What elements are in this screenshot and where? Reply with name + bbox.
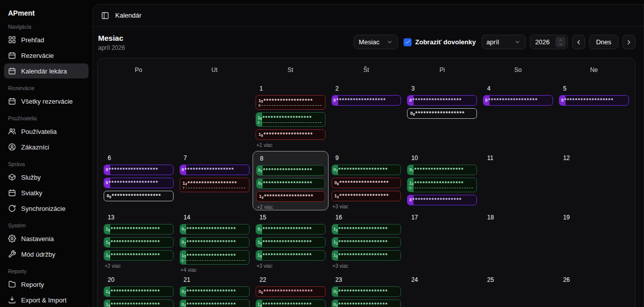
sidebar-item-vsetky-rezervacie[interactable]: Všetky rezervácie [4, 94, 89, 109]
day-cell-5[interactable]: 58****************** [556, 82, 632, 151]
calendar-event[interactable]: 15****************** [256, 250, 326, 261]
day-cell-8[interactable]: 807******************07*****************… [253, 151, 329, 210]
month-select[interactable]: apríl [481, 35, 526, 49]
more-events-label[interactable]: +3 viac [257, 263, 326, 269]
calendar-event[interactable]: 09****************** [407, 108, 477, 119]
calendar-event[interactable]: 15******************8 [256, 95, 326, 110]
more-events-label[interactable]: +4 viac [181, 267, 250, 273]
day-cell-26[interactable]: 26 [556, 273, 632, 307]
day-cell-21[interactable]: 2107******************07****************… [177, 273, 253, 307]
day-cell-24[interactable]: 24 [404, 273, 480, 307]
calendar-event[interactable]: 13******************7 [180, 178, 250, 192]
more-events-label[interactable]: +1 viac [257, 142, 326, 148]
calendar-event[interactable]: 08****************** [256, 286, 326, 297]
day-cell-1[interactable]: 115******************816****************… [253, 82, 329, 151]
calendar-event[interactable]: 13****************** [256, 191, 325, 202]
show-vacations-checkbox[interactable]: Zobraziť dovolenky [404, 38, 475, 46]
prev-month-button[interactable] [572, 35, 585, 49]
calendar-event[interactable]: 13****************** [332, 191, 401, 201]
checkbox-checked-box[interactable] [404, 38, 412, 46]
calendar-event[interactable]: 15****************** [104, 286, 174, 297]
day-cell-16[interactable]: 1613******************13****************… [329, 210, 405, 273]
day-cell-23[interactable]: 2307******************07****************… [329, 273, 405, 307]
stepper-down-icon[interactable] [558, 42, 563, 46]
year-stepper[interactable] [555, 37, 566, 47]
day-cell-15[interactable]: 1507******************15****************… [253, 210, 329, 273]
calendar-event[interactable]: 15****************** [104, 250, 174, 261]
more-events-label[interactable]: +3 viac [333, 263, 401, 269]
calendar-event[interactable]: 13****************** [332, 237, 401, 248]
calendar-event[interactable]: 07****************** [180, 237, 250, 248]
calendar-event[interactable]: 16******************6 [256, 112, 326, 127]
more-events-label[interactable]: +2 viac [257, 204, 325, 210]
calendar-event[interactable]: 15****************** [104, 299, 174, 307]
calendar-event[interactable]: 15****************** [256, 237, 326, 248]
day-cell-2[interactable]: 28****************** [329, 82, 405, 151]
day-cell-3[interactable]: 38******************09****************** [404, 82, 480, 151]
sidebar-item-nastavenia[interactable]: Nastavenia [4, 231, 89, 246]
calendar-event[interactable]: 8****************** [180, 165, 250, 175]
sidebar-item-prehlad[interactable]: Prehľad [4, 32, 89, 47]
calendar-event[interactable]: 07****************** [256, 224, 326, 235]
calendar-event[interactable]: 8****************** [104, 165, 174, 175]
sidebar-item-zakaznici[interactable]: Zákazníci [4, 139, 89, 155]
sidebar-item-rezervacie[interactable]: Rezervácie [4, 48, 89, 63]
sidebar-item-reporty[interactable]: Reporty [4, 277, 89, 292]
sidebar-item-synchronizacie[interactable]: Synchronizácie [4, 201, 89, 216]
day-cell-11[interactable]: 11 [480, 151, 556, 210]
calendar-event[interactable]: 07****************** [256, 178, 325, 189]
day-cell-12[interactable]: 12 [556, 151, 632, 210]
calendar-event[interactable]: 8****************** [483, 95, 553, 106]
day-cell-9[interactable]: 907******************08*****************… [329, 151, 405, 210]
calendar-event[interactable]: 07****************** [180, 299, 250, 307]
calendar-event[interactable]: 8****************** [104, 178, 174, 188]
calendar-event[interactable]: 13******************6 [407, 178, 477, 192]
sidebar-item-export-import[interactable]: Export & Import [4, 292, 89, 307]
calendar-event[interactable]: 8****************** [407, 95, 477, 106]
view-select[interactable]: Mesiac [354, 35, 398, 49]
sidebar-item-pouzivatelia[interactable]: Používatelia [4, 124, 89, 139]
day-cell-4[interactable]: 48****************** [480, 82, 556, 151]
sidebar-item-mod-udrzby[interactable]: Mód údržby [4, 247, 89, 262]
calendar-event[interactable]: 08****************** [332, 178, 401, 188]
day-cell-10[interactable]: 1007******************13****************… [404, 151, 480, 210]
year-input[interactable]: 2026 [530, 35, 568, 49]
day-cell-13[interactable]: 1315******************15****************… [101, 210, 177, 273]
more-events-label[interactable]: +2 viac [105, 263, 174, 269]
day-cell-20[interactable]: 2015******************15****************… [101, 273, 177, 307]
calendar-event[interactable]: 15****************** [104, 224, 174, 235]
calendar-event[interactable]: 15******************6 [180, 250, 250, 265]
day-cell-7[interactable]: 78******************13******************… [177, 151, 253, 210]
sidebar-toggle-button[interactable] [101, 12, 109, 20]
day-cell-22[interactable]: 2208******************13****************… [253, 273, 329, 307]
sidebar-item-kalendar-lekara[interactable]: Kalendár lekára [4, 63, 89, 79]
calendar-event[interactable]: 8****************** [407, 195, 477, 205]
calendar-event[interactable]: 8****************** [332, 95, 401, 106]
day-cell-14[interactable]: 1407******************07****************… [177, 210, 253, 273]
calendar-event[interactable]: 07****************** [407, 165, 477, 175]
day-cell-25[interactable]: 25 [480, 273, 556, 307]
sidebar-item-sluzby[interactable]: Služby [4, 170, 89, 185]
calendar-event[interactable]: 07****************** [332, 286, 401, 297]
calendar-event[interactable]: 09****************** [104, 191, 174, 201]
calendar-event[interactable]: 07****************** [256, 165, 325, 176]
calendar-event[interactable]: 07****************** [332, 299, 401, 307]
day-cell-17[interactable]: 17 [404, 210, 480, 273]
day-cell-6[interactable]: 68******************8******************0… [101, 151, 177, 210]
calendar-event[interactable]: 13****************** [256, 299, 326, 307]
sidebar-item-sviatky[interactable]: Sviatky [4, 185, 89, 200]
event-masked-title: ****************** [111, 301, 160, 307]
calendar-event[interactable]: 07****************** [180, 224, 250, 235]
day-cell-19[interactable]: 19 [556, 210, 632, 273]
calendar-event[interactable]: 15****************** [104, 237, 174, 248]
calendar-event[interactable]: 13****************** [332, 250, 401, 261]
calendar-event[interactable]: 13****************** [332, 224, 401, 235]
calendar-event[interactable]: 07****************** [332, 165, 401, 175]
day-cell-18[interactable]: 18 [480, 210, 556, 273]
next-month-button[interactable] [622, 35, 635, 49]
more-events-label[interactable]: +3 viac [333, 204, 401, 209]
calendar-event[interactable]: 8****************** [559, 95, 629, 106]
calendar-event[interactable]: 07****************** [180, 286, 250, 297]
today-button[interactable]: Dnes [589, 35, 618, 49]
calendar-event[interactable]: 15****************** [256, 129, 326, 140]
